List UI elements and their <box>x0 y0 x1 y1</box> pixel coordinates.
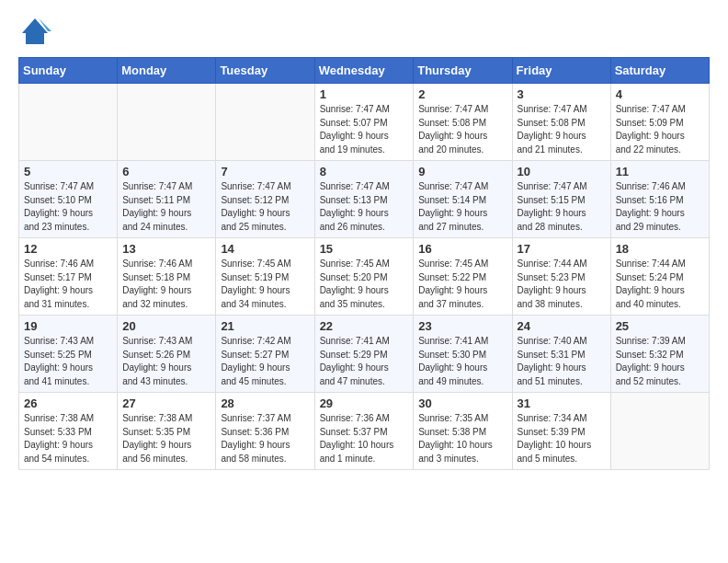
day-number: 19 <box>24 319 112 333</box>
day-info: Sunrise: 7:41 AM Sunset: 5:30 PM Dayligh… <box>418 335 506 388</box>
day-number: 2 <box>418 87 506 101</box>
logo-icon <box>18 15 51 48</box>
calendar-cell: 5Sunrise: 7:47 AM Sunset: 5:10 PM Daylig… <box>19 161 118 238</box>
day-number: 22 <box>320 319 409 333</box>
calendar-cell: 6Sunrise: 7:47 AM Sunset: 5:11 PM Daylig… <box>118 161 216 238</box>
day-info: Sunrise: 7:40 AM Sunset: 5:31 PM Dayligh… <box>518 335 606 388</box>
calendar-body: 1Sunrise: 7:47 AM Sunset: 5:07 PM Daylig… <box>19 84 710 470</box>
day-info: Sunrise: 7:45 AM Sunset: 5:19 PM Dayligh… <box>221 258 309 311</box>
day-number: 26 <box>24 396 112 410</box>
calendar-cell: 8Sunrise: 7:47 AM Sunset: 5:13 PM Daylig… <box>314 161 414 238</box>
weekday-header-sunday: Sunday <box>19 58 118 84</box>
day-info: Sunrise: 7:37 AM Sunset: 5:36 PM Dayligh… <box>221 412 309 465</box>
day-number: 9 <box>418 165 506 178</box>
header <box>18 15 710 48</box>
calendar-cell: 27Sunrise: 7:38 AM Sunset: 5:35 PM Dayli… <box>118 393 216 470</box>
day-info: Sunrise: 7:36 AM Sunset: 5:37 PM Dayligh… <box>320 412 409 465</box>
day-info: Sunrise: 7:47 AM Sunset: 5:13 PM Dayligh… <box>320 180 409 234</box>
calendar-cell: 26Sunrise: 7:38 AM Sunset: 5:33 PM Dayli… <box>19 393 118 470</box>
day-info: Sunrise: 7:45 AM Sunset: 5:22 PM Dayligh… <box>418 258 506 311</box>
day-info: Sunrise: 7:47 AM Sunset: 5:08 PM Dayligh… <box>418 103 506 156</box>
day-info: Sunrise: 7:47 AM Sunset: 5:08 PM Dayligh… <box>518 103 606 156</box>
calendar-cell <box>216 84 314 161</box>
day-number: 11 <box>616 165 704 178</box>
calendar-cell: 15Sunrise: 7:45 AM Sunset: 5:20 PM Dayli… <box>314 238 414 316</box>
day-number: 18 <box>616 242 704 256</box>
day-info: Sunrise: 7:47 AM Sunset: 5:12 PM Dayligh… <box>221 180 309 234</box>
day-number: 13 <box>122 242 210 256</box>
calendar-cell: 9Sunrise: 7:47 AM Sunset: 5:14 PM Daylig… <box>414 161 512 238</box>
day-info: Sunrise: 7:42 AM Sunset: 5:27 PM Dayligh… <box>221 335 309 388</box>
day-info: Sunrise: 7:46 AM Sunset: 5:17 PM Dayligh… <box>24 258 112 311</box>
day-info: Sunrise: 7:43 AM Sunset: 5:25 PM Dayligh… <box>24 335 112 388</box>
calendar-cell <box>118 84 216 161</box>
day-number: 12 <box>24 242 112 256</box>
day-info: Sunrise: 7:41 AM Sunset: 5:29 PM Dayligh… <box>320 335 409 388</box>
calendar-cell: 2Sunrise: 7:47 AM Sunset: 5:08 PM Daylig… <box>414 84 512 161</box>
day-number: 5 <box>24 165 112 178</box>
day-info: Sunrise: 7:47 AM Sunset: 5:10 PM Dayligh… <box>24 180 112 234</box>
day-number: 29 <box>320 396 409 410</box>
day-info: Sunrise: 7:47 AM Sunset: 5:14 PM Dayligh… <box>418 180 506 234</box>
day-info: Sunrise: 7:47 AM Sunset: 5:07 PM Dayligh… <box>320 103 409 156</box>
day-info: Sunrise: 7:44 AM Sunset: 5:24 PM Dayligh… <box>616 258 704 311</box>
calendar-cell: 23Sunrise: 7:41 AM Sunset: 5:30 PM Dayli… <box>414 316 512 393</box>
day-info: Sunrise: 7:38 AM Sunset: 5:35 PM Dayligh… <box>122 412 210 465</box>
day-number: 20 <box>122 319 210 333</box>
calendar-cell <box>19 84 118 161</box>
day-number: 15 <box>320 242 409 256</box>
day-info: Sunrise: 7:45 AM Sunset: 5:20 PM Dayligh… <box>320 258 409 311</box>
day-info: Sunrise: 7:35 AM Sunset: 5:38 PM Dayligh… <box>418 412 506 465</box>
calendar-week-row: 1Sunrise: 7:47 AM Sunset: 5:07 PM Daylig… <box>19 84 710 161</box>
weekday-header-thursday: Thursday <box>414 58 512 84</box>
day-number: 7 <box>221 165 309 178</box>
calendar-cell: 31Sunrise: 7:34 AM Sunset: 5:39 PM Dayli… <box>512 393 610 470</box>
calendar-table: SundayMondayTuesdayWednesdayThursdayFrid… <box>18 57 710 470</box>
day-number: 16 <box>418 242 506 256</box>
calendar-cell: 12Sunrise: 7:46 AM Sunset: 5:17 PM Dayli… <box>19 238 118 316</box>
day-number: 14 <box>221 242 309 256</box>
calendar-cell: 14Sunrise: 7:45 AM Sunset: 5:19 PM Dayli… <box>216 238 314 316</box>
day-info: Sunrise: 7:47 AM Sunset: 5:11 PM Dayligh… <box>122 180 210 234</box>
day-number: 3 <box>518 87 606 101</box>
calendar-week-row: 19Sunrise: 7:43 AM Sunset: 5:25 PM Dayli… <box>19 316 710 393</box>
calendar-cell: 13Sunrise: 7:46 AM Sunset: 5:18 PM Dayli… <box>118 238 216 316</box>
calendar-cell: 21Sunrise: 7:42 AM Sunset: 5:27 PM Dayli… <box>216 316 314 393</box>
day-info: Sunrise: 7:46 AM Sunset: 5:16 PM Dayligh… <box>616 180 704 234</box>
calendar-cell: 25Sunrise: 7:39 AM Sunset: 5:32 PM Dayli… <box>610 316 709 393</box>
calendar-cell: 10Sunrise: 7:47 AM Sunset: 5:15 PM Dayli… <box>512 161 610 238</box>
day-number: 23 <box>418 319 506 333</box>
calendar-cell: 24Sunrise: 7:40 AM Sunset: 5:31 PM Dayli… <box>512 316 610 393</box>
day-info: Sunrise: 7:46 AM Sunset: 5:18 PM Dayligh… <box>122 258 210 311</box>
calendar-cell <box>610 393 709 470</box>
calendar-cell: 17Sunrise: 7:44 AM Sunset: 5:23 PM Dayli… <box>512 238 610 316</box>
weekday-header-row: SundayMondayTuesdayWednesdayThursdayFrid… <box>19 58 710 84</box>
day-number: 24 <box>518 319 606 333</box>
day-info: Sunrise: 7:44 AM Sunset: 5:23 PM Dayligh… <box>518 258 606 311</box>
day-number: 21 <box>221 319 309 333</box>
day-number: 10 <box>518 165 606 178</box>
logo <box>18 15 55 48</box>
calendar-cell: 7Sunrise: 7:47 AM Sunset: 5:12 PM Daylig… <box>216 161 314 238</box>
svg-marker-0 <box>22 18 48 44</box>
calendar-cell: 1Sunrise: 7:47 AM Sunset: 5:07 PM Daylig… <box>314 84 414 161</box>
day-number: 17 <box>518 242 606 256</box>
day-info: Sunrise: 7:43 AM Sunset: 5:26 PM Dayligh… <box>122 335 210 388</box>
weekday-header-wednesday: Wednesday <box>314 58 414 84</box>
calendar-cell: 18Sunrise: 7:44 AM Sunset: 5:24 PM Dayli… <box>610 238 709 316</box>
day-number: 8 <box>320 165 409 178</box>
calendar-cell: 19Sunrise: 7:43 AM Sunset: 5:25 PM Dayli… <box>19 316 118 393</box>
calendar-week-row: 5Sunrise: 7:47 AM Sunset: 5:10 PM Daylig… <box>19 161 710 238</box>
day-info: Sunrise: 7:47 AM Sunset: 5:09 PM Dayligh… <box>616 103 704 156</box>
weekday-header-saturday: Saturday <box>610 58 709 84</box>
calendar-cell: 3Sunrise: 7:47 AM Sunset: 5:08 PM Daylig… <box>512 84 610 161</box>
day-info: Sunrise: 7:39 AM Sunset: 5:32 PM Dayligh… <box>616 335 704 388</box>
day-info: Sunrise: 7:47 AM Sunset: 5:15 PM Dayligh… <box>518 180 606 234</box>
day-number: 31 <box>518 396 606 410</box>
calendar-week-row: 26Sunrise: 7:38 AM Sunset: 5:33 PM Dayli… <box>19 393 710 470</box>
day-number: 1 <box>320 87 409 101</box>
day-number: 28 <box>221 396 309 410</box>
day-number: 27 <box>122 396 210 410</box>
weekday-header-friday: Friday <box>512 58 610 84</box>
day-number: 4 <box>616 87 704 101</box>
